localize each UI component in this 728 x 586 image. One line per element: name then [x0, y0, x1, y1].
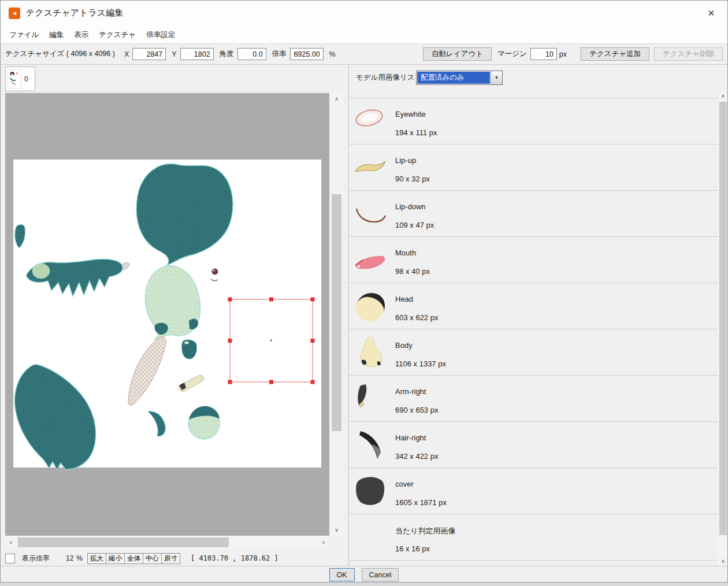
- zoom-in-button[interactable]: 拡大: [87, 553, 106, 564]
- canvas-hscrollbar[interactable]: < >: [5, 536, 329, 549]
- menu-edit[interactable]: 編集: [44, 28, 69, 42]
- canvas-statusbar: 表示倍率 12 % 拡大 縮小 全体 中心 原寸 [ 4103.70 , 187…: [1, 551, 348, 566]
- x-label: X: [124, 50, 129, 58]
- margin-unit-label: px: [559, 50, 567, 58]
- selection-handle[interactable]: [311, 380, 315, 384]
- item-name: cover: [395, 480, 414, 488]
- piece-hair-circle: [32, 264, 50, 279]
- item-size: 98 x 40 px: [395, 267, 430, 276]
- list-vscroll-thumb[interactable]: [719, 102, 727, 535]
- chevron-down-icon: ▼: [495, 75, 499, 80]
- item-size: 342 x 422 px: [395, 452, 438, 461]
- close-button[interactable]: ✕: [702, 5, 720, 21]
- scroll-right-button[interactable]: >: [318, 536, 329, 549]
- item-name: Mouth: [395, 249, 416, 257]
- list-item-head[interactable]: Head 603 x 622 px: [349, 283, 719, 329]
- item-size: 194 x 111 px: [395, 128, 437, 137]
- thumbnail-lip-up: [354, 151, 387, 184]
- tab-thumbnail: [8, 69, 21, 88]
- chevron-left-icon: <: [9, 540, 12, 546]
- auto-layout-button[interactable]: 自動レイアウト: [423, 47, 492, 61]
- item-size: 109 x 47 px: [395, 221, 434, 229]
- tab-texture-0[interactable]: 0: [5, 66, 35, 91]
- list-item-mouth[interactable]: Mouth 98 x 40 px: [349, 237, 719, 283]
- filter-selected-value: 配置済みのみ: [417, 72, 490, 84]
- list-header: モデル用画像リスト 配置済みのみ ▼: [349, 65, 728, 91]
- thumbnail-mouth: [354, 243, 387, 277]
- vscroll-thumb[interactable]: [332, 194, 341, 431]
- item-name: Body: [395, 341, 413, 350]
- cursor-coordinates: [ 4103.70 , 1878.62 ]: [191, 554, 278, 562]
- combo-arrow-button[interactable]: ▼: [491, 71, 502, 84]
- item-size: 90 x 32 px: [395, 175, 430, 183]
- hscroll-thumb[interactable]: [18, 537, 229, 547]
- atlas-canvas[interactable]: [5, 93, 329, 536]
- scale-input[interactable]: [290, 48, 324, 60]
- list-item-lip-up[interactable]: Lip-up 90 x 32 px: [349, 144, 719, 191]
- list-item-partial: [349, 91, 719, 98]
- list-item-body[interactable]: Body 1106 x 1337 px: [349, 329, 719, 376]
- app-icon: ◄: [9, 8, 20, 19]
- thumbnail-eyewhite: [354, 105, 387, 138]
- menu-scale-settings[interactable]: 倍率設定: [141, 28, 180, 42]
- menu-texture[interactable]: テクスチャ: [94, 28, 141, 42]
- list-item-hit-area[interactable]: 当たり判定用画像 16 x 16 px: [349, 514, 719, 561]
- item-size: 1605 x 1871 px: [395, 498, 447, 507]
- scroll-left-button[interactable]: <: [5, 536, 17, 549]
- list-vscrollbar[interactable]: ∧ ∨: [718, 91, 728, 566]
- actual-size-button[interactable]: 原寸: [161, 553, 180, 564]
- item-size: 16 x 16 px: [395, 544, 430, 553]
- chevron-down-icon: ∨: [721, 558, 725, 564]
- atlas-canvas-area: [5, 93, 329, 536]
- list-scroll-down-button[interactable]: ∨: [718, 556, 728, 566]
- model-image-pane: モデル用画像リスト 配置済みのみ ▼ Eyewhite 194 x 111 px: [348, 65, 728, 566]
- cancel-button[interactable]: Cancel: [362, 568, 399, 581]
- thumbnail-hit-area: [354, 521, 387, 554]
- selection-handle[interactable]: [269, 380, 273, 384]
- add-texture-button[interactable]: テクスチャ追加: [581, 47, 649, 61]
- scroll-up-button[interactable]: ∧: [330, 93, 343, 105]
- selection-handle[interactable]: [311, 339, 315, 343]
- selection-handle[interactable]: [269, 298, 273, 302]
- selection-handle[interactable]: [228, 298, 232, 302]
- thumbnail-arm-right: [354, 382, 387, 416]
- image-filter-combobox[interactable]: 配置済みのみ ▼: [416, 71, 503, 85]
- titlebar: ◄ テクスチャアトラス編集 ✕: [1, 1, 727, 26]
- model-image-list-label: モデル用画像リスト: [356, 73, 422, 83]
- item-size: 690 x 653 px: [395, 406, 438, 414]
- canvas-vscrollbar[interactable]: ∧ ∨: [330, 93, 343, 536]
- item-size: 1106 x 1337 px: [395, 359, 446, 368]
- list-scroll-up-button[interactable]: ∧: [718, 91, 728, 101]
- list-item-hair-right[interactable]: Hair-right 342 x 422 px: [349, 422, 719, 468]
- menu-view[interactable]: 表示: [69, 28, 94, 42]
- selection-handle[interactable]: [311, 298, 315, 302]
- selection-center-marker: [270, 339, 272, 342]
- angle-label: 角度: [220, 49, 234, 59]
- texture-atlas-edit-dialog: ◄ テクスチャアトラス編集 ✕ ファイル 編集 表示 テクスチャ 倍率設定 テク…: [0, 0, 728, 583]
- x-input[interactable]: [132, 48, 166, 60]
- ok-button[interactable]: OK: [329, 568, 355, 581]
- item-name: Arm-right: [395, 387, 426, 396]
- menubar: ファイル 編集 表示 テクスチャ 倍率設定: [1, 26, 727, 43]
- item-name: 当たり判定用画像: [395, 526, 456, 536]
- list-item-arm-right[interactable]: Arm-right 690 x 653 px: [349, 376, 719, 422]
- margin-input[interactable]: [530, 48, 557, 60]
- window-title: テクスチャアトラス編集: [26, 8, 123, 18]
- delete-texture-button[interactable]: テクスチャ削除: [654, 47, 723, 61]
- fit-view-button[interactable]: 全体: [124, 553, 143, 564]
- background-window-sliver: [0, 583, 728, 586]
- list-item-eyewhite[interactable]: Eyewhite 194 x 111 px: [349, 98, 719, 144]
- tab-label: 0: [24, 75, 28, 83]
- selection-handle[interactable]: [228, 339, 232, 343]
- selection-handle[interactable]: [228, 380, 232, 384]
- center-view-button[interactable]: 中心: [143, 553, 162, 564]
- list-item-lip-down[interactable]: Lip-down 109 x 47 px: [349, 191, 719, 237]
- menu-file[interactable]: ファイル: [4, 28, 44, 42]
- statusbar-checkbox[interactable]: [5, 554, 15, 563]
- angle-input[interactable]: [237, 48, 266, 60]
- y-input[interactable]: [180, 48, 214, 60]
- scroll-down-button[interactable]: ∨: [330, 524, 343, 536]
- zoom-out-button[interactable]: 縮小: [106, 553, 125, 564]
- list-item-cover[interactable]: cover 1605 x 1871 px: [349, 468, 719, 514]
- scrollbar-corner: [330, 536, 343, 549]
